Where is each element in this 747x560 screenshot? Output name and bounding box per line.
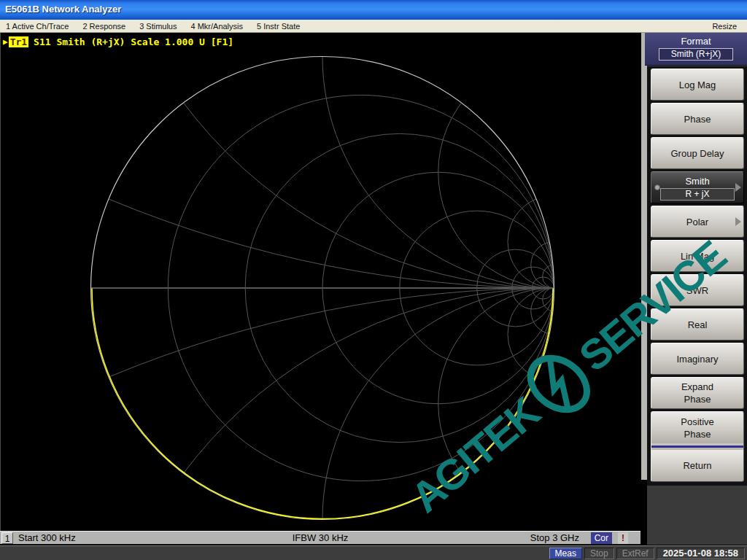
- softkey-polar[interactable]: Polar: [651, 206, 744, 238]
- trace-info: ▶Tr1S11 Smith (R+jX) Scale 1.000 U [F1]: [3, 36, 233, 48]
- active-trace-marker-icon: ▶: [3, 37, 8, 47]
- meas-status-badge: Meas: [549, 548, 582, 559]
- selected-radio-icon: [654, 184, 660, 190]
- softkey-real[interactable]: Real: [651, 308, 744, 341]
- softkey-menu: Format Smith (R+jX) Log Mag Phase Group …: [647, 33, 747, 545]
- smith-chart: [1, 33, 641, 531]
- trace-format-label: S11 Smith (R+jX) Scale 1.000 U [F1]: [34, 36, 233, 47]
- softkey-scroll-strip: [641, 33, 647, 480]
- softkey-phase[interactable]: Phase: [651, 103, 744, 135]
- extref-status-badge: ExtRef: [616, 548, 654, 559]
- alert-badge: !: [618, 532, 628, 544]
- submenu-arrow-icon: [735, 183, 741, 192]
- menu-response[interactable]: 2 Response: [82, 22, 125, 31]
- softkey-return[interactable]: Return: [651, 450, 744, 482]
- softkey-menu-current-value: Smith (R+jX): [659, 48, 733, 61]
- softkey-swr[interactable]: SWR: [651, 274, 744, 306]
- ifbw-label: IFBW 30 kHz: [293, 532, 349, 544]
- measurement-display: ▶Tr1S11 Smith (R+jX) Scale 1.000 U [F1]: [0, 33, 640, 531]
- menu-mkr-analysis[interactable]: 4 Mkr/Analysis: [190, 22, 243, 31]
- softkey-lin-mag[interactable]: Lin Mag: [651, 240, 744, 272]
- menu-stimulus[interactable]: 3 Stimulus: [139, 22, 177, 31]
- window-title-bar: E5061B Network Analyzer: [0, 0, 747, 20]
- start-frequency-label: Start 300 kHz: [18, 532, 76, 544]
- menu-active-ch-trace[interactable]: 1 Active Ch/Trace: [6, 22, 69, 31]
- stop-frequency-label: Stop 3 GHz: [530, 532, 579, 544]
- datetime-label: 2025-01-08 18:58: [657, 548, 745, 559]
- softkey-list: Log Mag Phase Group Delay Smith R + jX P…: [647, 66, 747, 486]
- softkey-log-mag[interactable]: Log Mag: [651, 69, 744, 101]
- sweep-stop-status-badge: Stop: [584, 548, 614, 559]
- channel-number-badge: 1: [1, 532, 13, 544]
- softkey-menu-header: Format Smith (R+jX): [645, 33, 747, 66]
- correction-status-badge: Cor: [591, 532, 612, 544]
- menu-bar: 1 Active Ch/Trace 2 Response 3 Stimulus …: [0, 20, 747, 33]
- softkey-separator: [651, 443, 744, 450]
- softkey-positive-phase[interactable]: Positive Phase: [651, 411, 744, 443]
- softkey-expand-phase[interactable]: Expand Phase: [651, 377, 744, 409]
- softkey-imaginary[interactable]: Imaginary: [651, 343, 744, 375]
- submenu-arrow-icon: [735, 217, 741, 226]
- channel-status-bar: 1 Start 300 kHz IFBW 30 kHz Stop 3 GHz C…: [0, 531, 640, 545]
- softkey-menu-title: Format: [645, 33, 747, 47]
- smith-format-value: R + jX: [660, 188, 735, 201]
- softkey-smith[interactable]: Smith R + jX: [651, 171, 744, 203]
- softkey-group-delay[interactable]: Group Delay: [651, 137, 744, 169]
- window-title: E5061B Network Analyzer: [5, 4, 121, 15]
- menu-instr-state[interactable]: 5 Instr State: [257, 22, 300, 31]
- trace-id-badge[interactable]: Tr1: [9, 36, 28, 47]
- menu-resize[interactable]: Resize: [712, 22, 737, 31]
- instrument-status-bar: Meas Stop ExtRef 2025-01-08 18:58: [0, 545, 747, 560]
